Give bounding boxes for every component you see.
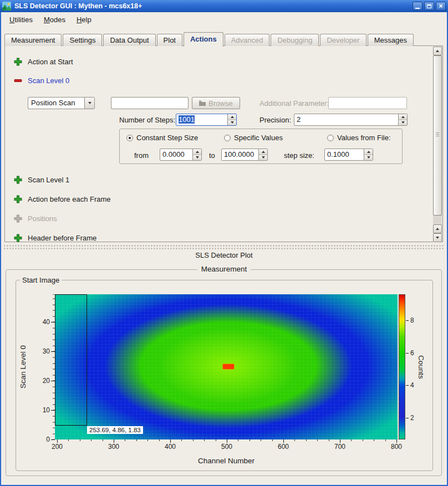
menu-modes[interactable]: Modes bbox=[39, 14, 70, 25]
radio-specific-values[interactable]: Specific Values bbox=[224, 134, 283, 142]
spin-up-button[interactable] bbox=[399, 114, 407, 120]
down-arrow-icon bbox=[262, 156, 265, 158]
number-of-steps-spinbox[interactable]: 1001 bbox=[176, 114, 237, 126]
y-tick-label: 40 bbox=[34, 318, 50, 326]
browse-button: Browse bbox=[192, 97, 240, 109]
radio-values-from-file[interactable]: Values from File: bbox=[327, 134, 391, 142]
expand-plus-icon[interactable] bbox=[14, 58, 22, 66]
action-before-frame-label: Action before each Frame bbox=[28, 195, 111, 203]
from-value[interactable]: 0.0000 bbox=[160, 149, 192, 160]
colorbar-tick bbox=[406, 353, 409, 354]
colorbar-tick bbox=[406, 320, 409, 321]
app-icon bbox=[2, 2, 11, 11]
spin-down-button[interactable] bbox=[193, 155, 201, 161]
menu-help[interactable]: Help bbox=[72, 14, 96, 25]
title-bar[interactable]: SLS Detector GUI : Mythen - mcs6x18+ × bbox=[0, 0, 448, 12]
folder-icon bbox=[199, 99, 206, 108]
y-axis-title-wrap: Scan Level 0 bbox=[18, 294, 28, 439]
radio-icon bbox=[327, 135, 334, 141]
tab-actions[interactable]: Actions bbox=[184, 32, 223, 47]
from-label: from bbox=[134, 151, 149, 160]
from-spinbox[interactable]: 0.0000 bbox=[160, 149, 202, 161]
tab-data-output[interactable]: Data Output bbox=[103, 34, 155, 46]
scroll-up-button[interactable] bbox=[433, 47, 442, 55]
tab-settings[interactable]: Settings bbox=[63, 34, 102, 46]
tab-debugging: Debugging bbox=[271, 34, 319, 46]
radio-icon bbox=[224, 135, 231, 141]
to-spinbox[interactable]: 100.0000 bbox=[221, 149, 268, 161]
collapse-minus-icon[interactable] bbox=[14, 76, 22, 85]
spin-up-button[interactable] bbox=[228, 114, 236, 120]
to-label: to bbox=[209, 151, 215, 160]
positions-row: Positions bbox=[14, 214, 57, 223]
radio-constant-step-size[interactable]: Constant Step Size bbox=[126, 134, 198, 142]
window-title: SLS Detector GUI : Mythen - mcs6x18+ bbox=[14, 2, 409, 10]
dock-title: SLS Detector Plot bbox=[0, 251, 448, 259]
scan-mode-value: Position Scan bbox=[28, 98, 84, 109]
y-tick-label: 20 bbox=[34, 377, 50, 385]
tab-measurement[interactable]: Measurement bbox=[4, 34, 62, 46]
scroll-up-button-bottom[interactable] bbox=[433, 224, 442, 233]
precision-value[interactable]: 2 bbox=[294, 114, 398, 125]
up-arrow-icon bbox=[367, 151, 370, 153]
menu-utilities[interactable]: Utilities bbox=[4, 14, 38, 25]
expand-plus-icon[interactable] bbox=[14, 234, 22, 242]
cursor-readout: 253.69, 4.86, 1.83 bbox=[87, 426, 143, 434]
y-tick bbox=[51, 351, 55, 352]
x-tick-label: 200 bbox=[46, 443, 68, 451]
precision-spinbox[interactable]: 2 bbox=[294, 114, 408, 126]
y-axis-minor-ticks bbox=[53, 294, 55, 439]
scan-script-input[interactable] bbox=[111, 97, 189, 109]
to-value[interactable]: 100.0000 bbox=[222, 149, 258, 160]
radio-file-label: Values from File: bbox=[337, 134, 391, 142]
y-tick bbox=[51, 410, 55, 411]
x-tick-label: 800 bbox=[385, 443, 408, 451]
spin-down-button[interactable] bbox=[228, 120, 236, 126]
x-tick-label: 300 bbox=[103, 443, 125, 451]
tab-messages[interactable]: Messages bbox=[368, 34, 414, 46]
colorbar-title-wrap: Counts bbox=[416, 294, 426, 439]
y-axis-title: Scan Level 0 bbox=[19, 345, 27, 388]
actions-panel: Action at Start Scan Level 0 Position Sc… bbox=[4, 45, 443, 242]
radio-specific-label: Specific Values bbox=[234, 134, 283, 142]
action-at-start-row[interactable]: Action at Start bbox=[14, 57, 73, 66]
scan-level-0-row[interactable]: Scan Level 0 bbox=[14, 76, 69, 85]
header-before-frame-row[interactable]: Header before Frame bbox=[14, 233, 96, 242]
minimize-button[interactable] bbox=[413, 2, 422, 11]
splitter-handle[interactable] bbox=[3, 244, 445, 249]
browse-label: Browse bbox=[208, 99, 232, 108]
y-tick bbox=[51, 439, 55, 440]
y-tick bbox=[51, 381, 55, 381]
heatmap-canvas[interactable]: 253.69, 4.86, 1.83 bbox=[55, 294, 398, 439]
action-before-frame-row[interactable]: Action before each Frame bbox=[14, 195, 111, 203]
scan-mode-select[interactable]: Position Scan bbox=[28, 97, 95, 109]
scroll-down-button[interactable] bbox=[433, 233, 442, 242]
up-arrow-icon bbox=[401, 116, 405, 118]
maximize-button[interactable] bbox=[424, 2, 434, 11]
vertical-scrollbar[interactable] bbox=[433, 47, 442, 242]
x-axis-minor-ticks bbox=[55, 439, 398, 441]
expand-plus-icon[interactable] bbox=[14, 195, 22, 203]
spin-up-button[interactable] bbox=[364, 149, 373, 155]
spin-down-button[interactable] bbox=[259, 155, 267, 161]
spin-down-button[interactable] bbox=[364, 155, 373, 161]
tab-developer: Developer bbox=[320, 34, 366, 46]
scrollbar-thumb[interactable] bbox=[433, 55, 442, 216]
number-of-steps-value[interactable]: 1001 bbox=[176, 114, 227, 125]
spin-down-button[interactable] bbox=[399, 120, 407, 126]
step-size-value[interactable]: 0.1000 bbox=[325, 149, 364, 160]
spin-up-button[interactable] bbox=[193, 149, 201, 155]
colorbar-title: Counts bbox=[417, 355, 425, 379]
scan-level-1-row[interactable]: Scan Level 1 bbox=[14, 175, 69, 184]
expand-plus-icon-disabled bbox=[14, 214, 22, 223]
close-button[interactable]: × bbox=[436, 2, 446, 11]
x-tick-label: 400 bbox=[159, 443, 181, 451]
step-size-spinbox[interactable]: 0.1000 bbox=[324, 149, 373, 161]
spin-up-button[interactable] bbox=[259, 149, 267, 155]
window-controls: × bbox=[413, 2, 446, 11]
tab-plot[interactable]: Plot bbox=[157, 34, 182, 46]
tab-advanced: Advanced bbox=[225, 34, 270, 46]
menu-bar: Utilities Modes Help bbox=[0, 12, 448, 27]
expand-plus-icon[interactable] bbox=[14, 176, 22, 184]
spin-buttons bbox=[398, 114, 407, 125]
